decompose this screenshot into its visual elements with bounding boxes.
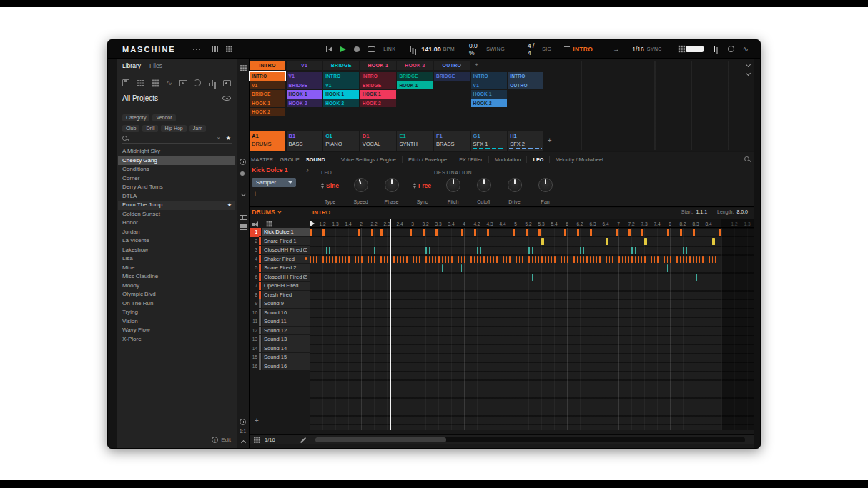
note-event[interactable]: [496, 256, 498, 264]
filter-tag[interactable]: Drill: [142, 125, 158, 132]
knob-phase[interactable]: [385, 178, 399, 192]
step-grid-icon[interactable]: [254, 437, 260, 443]
note-event[interactable]: [406, 256, 408, 264]
group-b1[interactable]: B1BASS: [287, 131, 322, 151]
note-event[interactable]: [558, 256, 559, 264]
list-item[interactable]: Mine: [118, 264, 235, 273]
group-g1[interactable]: G1SFX 1: [471, 131, 507, 151]
note-event[interactable]: [480, 247, 482, 254]
list-item[interactable]: Honor: [118, 219, 235, 228]
patch-note-icon[interactable]: ♪: [306, 167, 309, 174]
note-event[interactable]: [715, 256, 716, 264]
note-event[interactable]: [516, 256, 517, 264]
note-event[interactable]: [410, 229, 413, 236]
search-input[interactable]: [127, 133, 217, 143]
note-event[interactable]: [378, 256, 379, 264]
follow-arrow-icon[interactable]: →: [613, 46, 619, 53]
note-event[interactable]: [541, 256, 543, 264]
note-event[interactable]: [622, 256, 623, 264]
note-event[interactable]: [571, 256, 572, 264]
pattern-name[interactable]: INTRO: [312, 209, 330, 216]
note-event[interactable]: [644, 238, 647, 246]
note-event[interactable]: [538, 256, 540, 264]
note-event[interactable]: [609, 256, 611, 264]
zoom-icon[interactable]: [744, 156, 749, 161]
samples-icon[interactable]: ∿: [166, 79, 172, 86]
note-event[interactable]: [322, 229, 325, 236]
section-tab-v1[interactable]: V1: [287, 61, 322, 70]
note-event[interactable]: [667, 256, 669, 264]
list-item[interactable]: Jordan: [118, 228, 235, 237]
note-event[interactable]: [628, 256, 630, 264]
group-d1[interactable]: D1VOCAL: [360, 131, 396, 151]
visibility-eye-icon[interactable]: [222, 96, 231, 101]
current-section-display[interactable]: INTRO: [573, 46, 593, 53]
note-event[interactable]: [438, 256, 440, 264]
pattern-clip[interactable]: HOOK 2: [250, 108, 285, 116]
start-value[interactable]: 1:1:1: [696, 209, 707, 214]
keyboard-view-icon[interactable]: [240, 215, 247, 220]
timeline-ruler[interactable]: 1.21.31.422.22.32.433.23.33.444.24.34.45…: [310, 219, 755, 228]
note-event[interactable]: [310, 229, 312, 236]
sound-row[interactable]: 5Snare Fired 2: [250, 264, 310, 273]
sound-row[interactable]: 13Sound 13: [250, 335, 310, 344]
note-event[interactable]: [583, 256, 585, 264]
note-event[interactable]: [676, 256, 678, 264]
note-event[interactable]: [371, 229, 374, 236]
list-item[interactable]: X-Plore: [118, 335, 235, 344]
group-a1[interactable]: A1DRUMS: [250, 131, 285, 151]
plugin-selector[interactable]: Sampler: [252, 178, 296, 187]
param-tab[interactable]: FX / Filter: [453, 156, 488, 163]
pattern-clip[interactable]: V1: [471, 81, 507, 90]
note-event[interactable]: [696, 256, 697, 264]
list-item[interactable]: Wavy Flow: [118, 326, 235, 335]
section-tab-hook-1[interactable]: HOOK 1: [360, 61, 396, 70]
list-item[interactable]: Moody: [118, 282, 235, 291]
list-item[interactable]: A Midnight Sky: [118, 147, 235, 156]
loops-icon[interactable]: [194, 79, 201, 86]
pattern-clip[interactable]: HOOK 1: [360, 90, 396, 99]
section-tab-outro[interactable]: OUTRO: [434, 61, 470, 70]
note-event[interactable]: [554, 256, 556, 264]
record-button[interactable]: [354, 46, 360, 52]
note-event[interactable]: [522, 256, 523, 264]
master-wave-icon[interactable]: ∿: [743, 45, 749, 53]
effects-icon[interactable]: [208, 79, 216, 86]
pattern-clip[interactable]: HOOK 1: [323, 90, 359, 99]
note-event[interactable]: [425, 256, 427, 264]
note-event[interactable]: [445, 256, 446, 264]
pattern-clip[interactable]: BRIDGE: [287, 81, 322, 90]
note-event[interactable]: [628, 229, 631, 236]
section-tab-bridge[interactable]: BRIDGE: [323, 61, 359, 70]
param-tab[interactable]: Velocity / Modwheel: [549, 156, 608, 163]
sound-row[interactable]: 2Snare Fired 1: [250, 237, 310, 247]
note-event[interactable]: [455, 256, 456, 264]
signature-value[interactable]: 4 / 4: [528, 42, 539, 56]
note-event[interactable]: [493, 256, 495, 264]
note-event[interactable]: [519, 256, 521, 264]
note-event[interactable]: [532, 247, 533, 254]
note-event[interactable]: [667, 229, 670, 236]
pattern-clip[interactable]: BRIDGE: [360, 81, 396, 90]
param-tab[interactable]: Voice Settings / Engine: [335, 156, 402, 163]
list-item[interactable]: Trying: [118, 308, 235, 317]
knob-speed[interactable]: [354, 178, 368, 192]
note-event[interactable]: [387, 256, 388, 264]
length-value[interactable]: 8:0:0: [736, 209, 748, 214]
note-event[interactable]: [702, 256, 704, 264]
add-plugin-button[interactable]: +: [253, 190, 257, 198]
note-event[interactable]: [593, 256, 594, 264]
list-item[interactable]: Derry And Toms: [118, 183, 235, 192]
scope-tab-master[interactable]: MASTER: [251, 156, 273, 163]
pattern-clip[interactable]: HOOK 2: [323, 99, 359, 108]
note-event[interactable]: [616, 256, 617, 264]
list-item[interactable]: Olympic Blvd: [118, 290, 235, 299]
scope-tab-sound[interactable]: SOUND: [306, 156, 325, 163]
note-event[interactable]: [548, 256, 549, 264]
pad-mode-icon[interactable]: [267, 221, 272, 227]
note-event[interactable]: [654, 256, 656, 264]
clock-icon[interactable]: [240, 419, 246, 425]
note-event[interactable]: [432, 256, 433, 264]
note-event[interactable]: [423, 256, 424, 264]
note-event[interactable]: [429, 247, 430, 254]
